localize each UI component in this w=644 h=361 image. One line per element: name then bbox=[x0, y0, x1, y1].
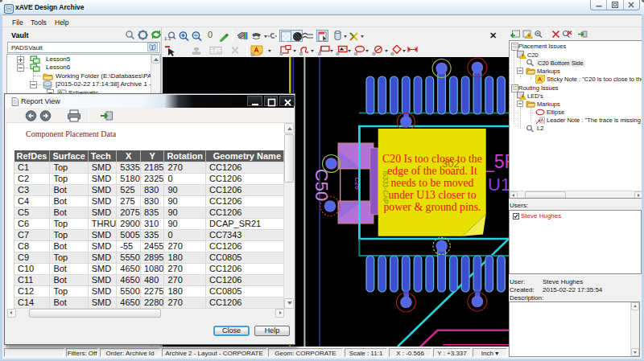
svg-text:T: T bbox=[213, 47, 216, 53]
svg-text:under U13 closer to: under U13 closer to bbox=[388, 189, 476, 201]
svg-text:C50: C50 bbox=[312, 169, 332, 201]
svg-text:U13: U13 bbox=[488, 174, 509, 195]
svg-text:I5333-CAP: I5333-CAP bbox=[382, 170, 390, 204]
svg-text:1:1: 1:1 bbox=[164, 36, 171, 41]
svg-text:needs to be moved: needs to be moved bbox=[390, 177, 473, 189]
svg-text:_5R: _5R bbox=[483, 151, 509, 172]
svg-text:power & ground pins.: power & ground pins. bbox=[383, 201, 481, 213]
svg-text:302: 302 bbox=[442, 158, 460, 170]
svg-text:edge of the board. It: edge of the board. It bbox=[387, 165, 477, 177]
svg-text:C20 Is too close to the: C20 Is too close to the bbox=[382, 153, 482, 165]
